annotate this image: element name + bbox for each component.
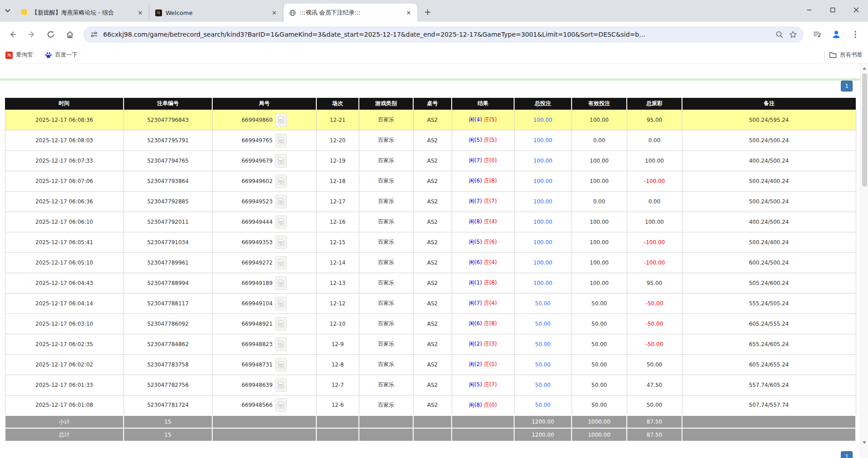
tab-welcome[interactable]: 马 Welcome ✕ <box>149 4 283 22</box>
tab-search-chevron-icon[interactable] <box>0 0 15 22</box>
tab-close-icon[interactable]: ✕ <box>136 9 144 17</box>
all-bookmarks-button[interactable]: 所有书签 <box>829 51 863 59</box>
maximize-button[interactable] <box>821 0 844 20</box>
cell-valid-bet: 100.00 <box>572 212 627 232</box>
video-replay-icon[interactable] <box>275 276 287 290</box>
cell-round: 669949679 <box>212 150 316 171</box>
bookmark-star-icon[interactable] <box>788 30 797 39</box>
cell-total-bet-link[interactable]: 100.00 <box>514 212 572 232</box>
url-text[interactable]: 66cxkj98.com/game/betrecord_search/kind3… <box>103 31 770 38</box>
video-replay-icon[interactable] <box>275 337 287 351</box>
cell-total-bet-link[interactable]: 100.00 <box>514 130 572 150</box>
video-replay-icon[interactable] <box>275 174 287 188</box>
minimize-button[interactable] <box>797 0 821 20</box>
cell-total-bet-link[interactable]: 50.00 <box>514 334 572 354</box>
cell-bet-id: 523047789961 <box>124 252 212 273</box>
cell-session: 12-9 <box>316 334 359 354</box>
cell-category: 百家乐 <box>359 110 413 130</box>
tab-forum[interactable]: 【新提醒】海燕策略论坛 - 综合 ✕ <box>15 4 149 22</box>
cell-total-bet-link[interactable]: 50.00 <box>514 395 572 415</box>
video-replay-icon[interactable] <box>275 154 287 168</box>
pagination-page-1-top[interactable]: 1 <box>841 81 853 92</box>
new-tab-button[interactable] <box>421 5 434 19</box>
cell-total-bet-link[interactable]: 100.00 <box>514 232 572 252</box>
taobao-icon: 淘 <box>5 52 13 59</box>
cell-result: 闲(1) 庄(8) <box>452 273 514 293</box>
cell-payout: -50.00 <box>627 334 682 354</box>
video-replay-icon[interactable] <box>275 134 287 147</box>
cell-result: 闲(5) 庄(5) <box>452 130 514 150</box>
tab-close-icon[interactable]: ✕ <box>270 9 278 17</box>
cell-round: 669948921 <box>212 313 316 334</box>
video-replay-icon[interactable] <box>275 398 287 412</box>
cell-time: 2025-12-17 06:01:33 <box>5 375 124 395</box>
pagination-page-1-bottom[interactable]: 1 <box>841 451 853 458</box>
address-bar[interactable]: 66cxkj98.com/game/betrecord_search/kind3… <box>83 26 804 43</box>
cell-total-bet-link[interactable]: 100.00 <box>514 191 572 212</box>
cell-table-no: AS2 <box>413 130 452 150</box>
profile-avatar[interactable] <box>828 26 844 43</box>
menu-kebab-icon[interactable] <box>847 26 863 43</box>
video-replay-icon[interactable] <box>275 317 287 331</box>
cell-valid-bet: 50.00 <box>572 313 627 334</box>
cell-total-bet-link[interactable]: 50.00 <box>514 313 572 334</box>
cell-total-bet-link[interactable]: 50.00 <box>514 375 572 395</box>
video-replay-icon[interactable] <box>275 113 287 127</box>
cell-total-bet-link[interactable]: 100.00 <box>514 273 572 293</box>
video-replay-icon[interactable] <box>275 256 287 270</box>
result-player: 闲(5) <box>469 381 482 388</box>
cell-total-bet-link[interactable]: 100.00 <box>514 110 572 130</box>
home-icon[interactable] <box>62 26 78 43</box>
site-settings-tune-icon[interactable] <box>90 30 99 39</box>
round-number: 669949765 <box>242 137 273 144</box>
video-replay-icon[interactable] <box>275 195 287 208</box>
zoom-icon[interactable] <box>775 30 784 39</box>
cell-bet-id: 523047783758 <box>124 354 212 375</box>
tab-close-icon[interactable]: ✕ <box>405 9 413 17</box>
col-bet-id: 注单编号 <box>124 98 212 110</box>
video-replay-icon[interactable] <box>275 378 287 392</box>
scrollbar-thumb[interactable] <box>862 73 867 187</box>
cell-payout: 47.50 <box>627 375 682 395</box>
tab-bet-records[interactable]: :::视讯 会员下注纪录::: ✕ <box>283 4 417 22</box>
forward-icon[interactable] <box>24 26 40 43</box>
cell-payout: -100.00 <box>627 232 682 252</box>
scroll-up-icon[interactable] <box>863 67 866 70</box>
cell-session: 12-13 <box>316 273 359 293</box>
result-player: 闲(6) <box>469 259 482 265</box>
video-replay-icon[interactable] <box>275 236 287 249</box>
close-window-button[interactable] <box>844 0 868 20</box>
media-controls-icon[interactable] <box>809 26 825 43</box>
cell-remark: 555.24/505.24 <box>682 293 856 313</box>
cell-total-bet-link[interactable]: 100.00 <box>514 150 572 171</box>
cell-total-bet-link[interactable]: 100.00 <box>514 171 572 191</box>
cell-category: 百家乐 <box>359 293 413 313</box>
cell-result: 闲(5) 庄(7) <box>452 375 514 395</box>
video-replay-icon[interactable] <box>275 358 287 371</box>
cell-round: 669948731 <box>212 354 316 375</box>
cell-category: 百家乐 <box>359 191 413 212</box>
cell-time: 2025-12-17 06:06:36 <box>5 191 124 212</box>
cell-session: 12-16 <box>316 212 359 232</box>
cell-total-bet-link[interactable]: 50.00 <box>514 293 572 313</box>
cell-valid-bet: 50.00 <box>572 334 627 354</box>
summary-count: 15 <box>124 428 212 441</box>
result-banker: 庄(4) <box>484 259 497 265</box>
vertical-scrollbar[interactable] <box>860 63 868 458</box>
cell-bet-id: 523047794765 <box>124 150 212 171</box>
bookmark-taobao[interactable]: 淘 爱淘宝 <box>5 51 33 59</box>
back-icon[interactable] <box>5 26 21 43</box>
refresh-icon[interactable] <box>43 26 59 43</box>
bookmark-baidu[interactable]: 百度一下 <box>45 51 78 59</box>
video-replay-icon[interactable] <box>275 215 287 229</box>
cell-result: 闲(2) 庄(1) <box>452 354 514 375</box>
cell-payout: 95.00 <box>627 110 682 130</box>
cell-total-bet-link[interactable]: 50.00 <box>514 354 572 375</box>
round-number: 669948921 <box>242 321 273 327</box>
cell-table-no: AS2 <box>413 334 452 354</box>
cell-total-bet-link[interactable]: 100.00 <box>514 252 572 273</box>
table-row: 2025-12-17 06:04:14 523047788117 6699491… <box>5 293 856 313</box>
video-replay-icon[interactable] <box>275 297 287 310</box>
result-player: 闲(6) <box>469 178 482 184</box>
scroll-down-icon[interactable] <box>863 441 866 444</box>
